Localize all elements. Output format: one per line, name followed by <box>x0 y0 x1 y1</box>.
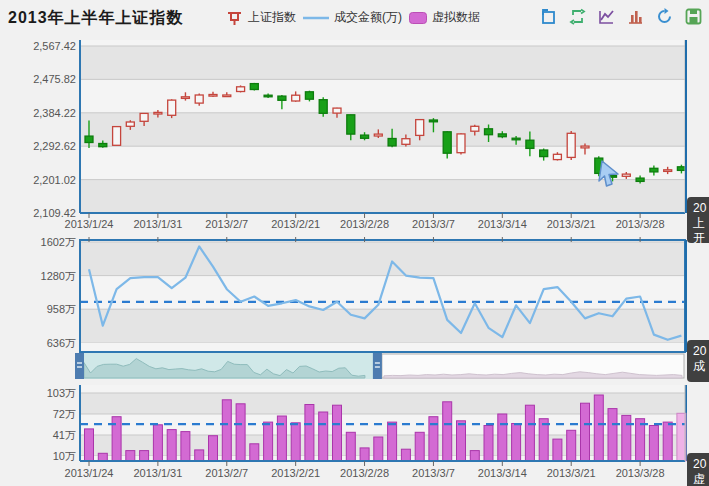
candle-body <box>402 139 410 145</box>
bar[interactable] <box>663 422 672 461</box>
bar[interactable] <box>140 451 149 461</box>
candle-body <box>650 168 658 172</box>
bar[interactable] <box>277 416 286 461</box>
candle-body <box>457 134 465 153</box>
bar[interactable] <box>333 405 342 461</box>
candle-body <box>526 140 534 148</box>
datazoom-handle[interactable] <box>75 353 84 379</box>
candle-body <box>99 144 107 147</box>
split-area <box>80 385 685 393</box>
kline-chart[interactable]: 2,567.422,475.822,384.222,292.622,201.02… <box>0 36 709 236</box>
bar[interactable] <box>553 439 562 461</box>
bar[interactable] <box>649 426 658 462</box>
split-area <box>80 40 685 46</box>
candle-body <box>209 95 217 97</box>
bar-chart-icon[interactable] <box>626 7 645 26</box>
axis-label: 2013/3/28 <box>616 218 665 230</box>
bar[interactable] <box>360 448 369 461</box>
bar[interactable] <box>195 450 204 461</box>
candle-body <box>540 150 548 157</box>
save-image-icon[interactable] <box>684 7 703 26</box>
axis-label: 2013/1/24 <box>65 218 114 230</box>
bar[interactable] <box>525 405 534 461</box>
bar[interactable] <box>250 444 259 461</box>
candle-body <box>416 120 424 136</box>
legend-item-2[interactable]: 成交金额(万) <box>303 9 402 26</box>
legend-label: 成交金额(万) <box>334 9 402 26</box>
bar[interactable] <box>167 430 176 461</box>
bar[interactable] <box>305 405 314 462</box>
axis-label: 2013/1/24 <box>65 467 114 479</box>
datazoom-handle[interactable] <box>373 353 382 379</box>
candle-body <box>126 122 134 126</box>
datazoom-reset-icon[interactable] <box>568 7 587 26</box>
candle[interactable] <box>319 97 327 117</box>
candle[interactable] <box>457 133 465 154</box>
bar[interactable] <box>181 432 190 461</box>
bar[interactable] <box>608 409 617 461</box>
bar[interactable] <box>567 430 576 461</box>
bar[interactable] <box>498 414 507 461</box>
bar[interactable] <box>443 402 452 461</box>
bar[interactable] <box>153 425 162 461</box>
candle-body <box>264 95 272 97</box>
bar[interactable] <box>401 449 410 461</box>
bar[interactable] <box>388 422 397 461</box>
axis-label: 2013/3/14 <box>478 218 527 230</box>
candle-body <box>622 174 630 176</box>
legend-item-1[interactable]: 上证指数 <box>226 9 296 26</box>
bar[interactable] <box>236 404 245 461</box>
axis-label: 2,567.42 <box>33 40 76 52</box>
line-chart-icon[interactable] <box>597 7 616 26</box>
candle-body <box>429 120 437 122</box>
restore-icon[interactable] <box>655 7 674 26</box>
bar[interactable] <box>415 432 424 461</box>
candle[interactable] <box>113 126 121 145</box>
bar[interactable] <box>319 412 328 461</box>
bar[interactable] <box>457 421 466 461</box>
candle[interactable] <box>305 91 313 102</box>
bar[interactable] <box>85 429 94 461</box>
datazoom-select-icon[interactable] <box>539 7 558 26</box>
legend-item-3[interactable]: 虚拟数据 <box>409 9 480 26</box>
candle-body <box>223 95 231 97</box>
candle[interactable] <box>250 83 258 91</box>
axis-label: 2013/2/28 <box>340 218 389 230</box>
bar[interactable] <box>622 415 631 461</box>
bar[interactable] <box>484 426 493 462</box>
tooltip-bars: 20虚 <box>687 453 709 486</box>
candle[interactable] <box>237 85 245 92</box>
candle[interactable] <box>595 156 603 176</box>
axis-label: 103万 <box>47 387 76 399</box>
bar[interactable] <box>222 400 231 461</box>
candle-body <box>664 170 672 172</box>
axis-label: 2013/1/31 <box>133 467 182 479</box>
candle-body <box>388 139 396 146</box>
candle[interactable] <box>567 131 575 160</box>
candle[interactable] <box>168 99 176 118</box>
candlestick-legend-icon <box>226 10 243 26</box>
tooltip-line: 上 <box>693 216 709 231</box>
candle-body <box>278 96 286 100</box>
tooltip-line: 20 <box>693 344 709 359</box>
axis-label: 2013/2/21 <box>271 218 320 230</box>
bar[interactable] <box>374 437 383 461</box>
bar[interactable] <box>594 395 603 461</box>
axis-label: 41万 <box>53 429 76 441</box>
bar[interactable] <box>581 403 590 461</box>
tooltip-line: 成 <box>693 359 709 374</box>
bar[interactable] <box>512 424 521 462</box>
bar[interactable] <box>209 436 218 461</box>
bar[interactable] <box>98 453 107 461</box>
axis-label: 2,384.22 <box>33 107 76 119</box>
volume-line-chart[interactable]: 1602万1280万958万636万 <box>0 236 709 354</box>
axis-label: 1280万 <box>41 270 76 282</box>
bar[interactable] <box>470 451 479 461</box>
datazoom-slider[interactable] <box>75 353 685 379</box>
candle-body <box>471 126 479 131</box>
bar[interactable] <box>346 432 355 461</box>
virtual-data-bar-chart[interactable]: 103万72万41万10万2013/1/242013/1/312013/2/72… <box>0 380 709 486</box>
bar[interactable] <box>264 422 273 461</box>
bar[interactable] <box>126 451 135 461</box>
bar[interactable] <box>291 423 300 461</box>
